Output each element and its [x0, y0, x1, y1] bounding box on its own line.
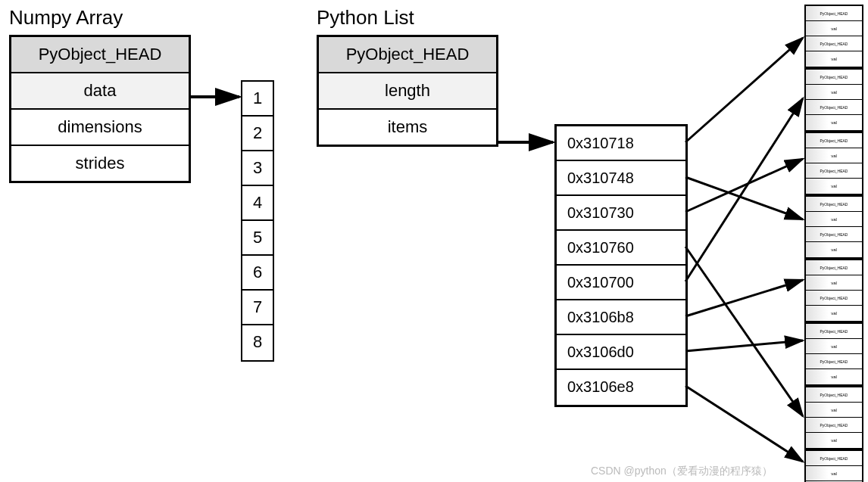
pyobject-header: PyObject_HEAD	[806, 260, 862, 275]
numpy-header: PyObject_HEAD	[11, 37, 189, 73]
numpy-title: Numpy Array	[9, 6, 123, 30]
pylist-title: Python List	[317, 6, 414, 30]
pyobject-header: PyObject_HEAD	[806, 70, 862, 85]
svg-line-4	[685, 159, 803, 212]
pyobject-val: val	[806, 369, 862, 384]
pyobject-header: PyObject_HEAD	[806, 100, 862, 115]
pyobject-val: val	[806, 51, 862, 67]
pylist-struct: PyObject_HEAD length items	[317, 35, 498, 147]
pointer-cell: 0x310700	[557, 266, 685, 300]
pyobject-header: PyObject_HEAD	[806, 387, 862, 403]
pyobject-header: PyObject_HEAD	[806, 227, 862, 242]
pyobject-region: PyObject_HEADvalPyObject_HEADval	[804, 449, 863, 482]
pyobject-val: val	[806, 339, 862, 354]
pyobject-val: val	[806, 148, 862, 163]
array-cell: 7	[242, 291, 273, 325]
pylist-row-items: items	[319, 110, 496, 145]
pyobject-region: PyObject_HEADvalPyObject_HEADval	[804, 386, 863, 449]
numpy-struct: PyObject_HEAD data dimensions strides	[9, 35, 191, 183]
array-cell: 5	[242, 221, 273, 256]
pointer-cell: 0x3106e8	[557, 370, 685, 405]
pointer-cell: 0x310718	[557, 126, 685, 161]
pyobject-header: PyObject_HEAD	[806, 197, 862, 212]
array-cell: 6	[242, 256, 273, 291]
numpy-row-dimensions: dimensions	[11, 110, 189, 146]
pyobject-val: val	[806, 85, 862, 100]
pyobject-header: PyObject_HEAD	[806, 163, 862, 179]
pointer-array: 0x310718 0x310748 0x310730 0x310760 0x31…	[554, 124, 688, 407]
pointer-cell: 0x310730	[557, 196, 685, 231]
array-cell: 1	[242, 82, 273, 117]
pyobject-val: val	[806, 21, 862, 36]
pyobject-val: val	[806, 179, 862, 194]
svg-line-3	[685, 177, 803, 219]
array-cell: 3	[242, 151, 273, 186]
array-cell: 2	[242, 117, 273, 151]
pyobject-header: PyObject_HEAD	[806, 451, 862, 466]
array-cell: 8	[242, 325, 273, 360]
pyobject-region: PyObject_HEADvalPyObject_HEADval	[804, 322, 863, 386]
pyobject-region: PyObject_HEADvalPyObject_HEADval	[804, 195, 863, 259]
pyobject-val: val	[806, 403, 862, 418]
svg-line-9	[685, 386, 803, 462]
pylist-header: PyObject_HEAD	[319, 37, 496, 73]
pyobject-region: PyObject_HEADvalPyObject_HEADval	[804, 5, 863, 68]
svg-line-8	[685, 341, 803, 351]
pyobject-region: PyObject_HEADvalPyObject_HEADval	[804, 68, 863, 132]
pointer-cell: 0x3106d0	[557, 335, 685, 370]
pyobject-header: PyObject_HEAD	[806, 354, 862, 369]
array-cell: 4	[242, 186, 273, 221]
pointer-cell: 0x3106b8	[557, 300, 685, 335]
numpy-data-array: 1 2 3 4 5 6 7 8	[241, 80, 274, 362]
svg-line-2	[685, 38, 803, 142]
pyobject-val: val	[806, 212, 862, 227]
pyobject-val: val	[806, 466, 862, 481]
pyobject-region: PyObject_HEADvalPyObject_HEADval	[804, 259, 863, 322]
pyobject-val: val	[806, 115, 862, 130]
pyobject-header: PyObject_HEAD	[806, 291, 862, 306]
pointer-cell: 0x310748	[557, 161, 685, 196]
pyobject-header: PyObject_HEAD	[806, 6, 862, 21]
watermark: CSDN @python（爱看动漫的程序猿）	[591, 465, 773, 478]
pyobject-header: PyObject_HEAD	[806, 418, 862, 433]
numpy-row-data: data	[11, 73, 189, 110]
numpy-row-strides: strides	[11, 146, 189, 181]
pylist-row-length: length	[319, 73, 496, 110]
pyobject-val: val	[806, 433, 862, 448]
svg-line-6	[685, 98, 803, 281]
pyobject-column: PyObject_HEADvalPyObject_HEADvalPyObject…	[804, 5, 863, 482]
pointer-cell: 0x310760	[557, 231, 685, 266]
pyobject-val: val	[806, 275, 862, 291]
svg-line-5	[685, 247, 803, 416]
svg-line-7	[685, 280, 803, 316]
pyobject-header: PyObject_HEAD	[806, 324, 862, 339]
pyobject-val: val	[806, 242, 862, 257]
pyobject-val: val	[806, 306, 862, 321]
pyobject-header: PyObject_HEAD	[806, 133, 862, 148]
pyobject-region: PyObject_HEADvalPyObject_HEADval	[804, 132, 863, 195]
pyobject-header: PyObject_HEAD	[806, 36, 862, 51]
